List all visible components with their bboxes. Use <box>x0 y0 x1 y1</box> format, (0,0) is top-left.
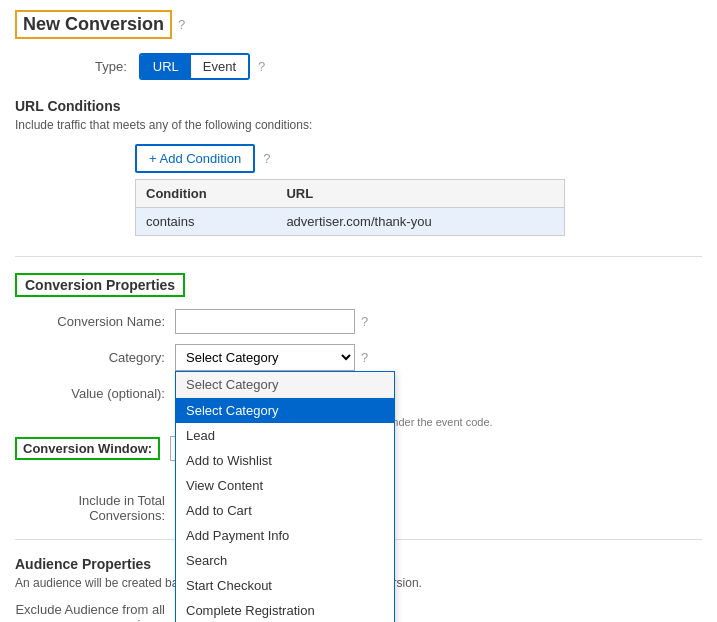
page-title: New Conversion <box>15 10 172 39</box>
conditions-table: Condition URL contains advertiser.com/th… <box>136 180 564 235</box>
condition-cell: contains <box>136 208 276 236</box>
dropdown-item-search[interactable]: Search <box>176 548 394 573</box>
conversion-window-label: Conversion Window: <box>15 437 160 460</box>
type-event-button[interactable]: Event <box>191 55 248 78</box>
category-select[interactable]: Select Category <box>175 344 355 371</box>
conversion-name-help-icon[interactable]: ? <box>361 314 368 329</box>
url-conditions-subtext: Include traffic that meets any of the fo… <box>15 118 702 132</box>
add-condition-help-icon[interactable]: ? <box>263 151 270 166</box>
type-help-icon[interactable]: ? <box>258 59 265 74</box>
dropdown-item-start-checkout[interactable]: Start Checkout <box>176 573 394 598</box>
dropdown-item-add-wishlist[interactable]: Add to Wishlist <box>176 448 394 473</box>
type-label: Type: <box>95 59 127 74</box>
category-help-icon[interactable]: ? <box>361 350 368 365</box>
add-condition-button[interactable]: + Add Condition <box>135 144 255 173</box>
conversion-name-input[interactable] <box>175 309 355 334</box>
condition-col-header: Condition <box>136 180 276 208</box>
category-row: Category: Select Category Select Categor… <box>15 344 702 371</box>
conversion-name-label: Conversion Name: <box>15 314 175 329</box>
include-total-label: Include in Total Conversions: <box>15 493 175 523</box>
dropdown-item-complete-reg[interactable]: Complete Registration <box>176 598 394 622</box>
dropdown-item-add-cart[interactable]: Add to Cart <box>176 498 394 523</box>
url-cell: advertiser.com/thank-you <box>276 208 564 236</box>
dropdown-item-lead[interactable]: Lead <box>176 423 394 448</box>
exclude-audience-label: Exclude Audience from all campaigns: <box>15 602 175 622</box>
page-help-icon[interactable]: ? <box>178 17 185 32</box>
table-row: contains advertiser.com/thank-you <box>136 208 564 236</box>
conversion-name-row: Conversion Name: ? <box>15 309 702 334</box>
type-url-button[interactable]: URL <box>141 55 191 78</box>
category-label: Category: <box>15 350 175 365</box>
value-label: Value (optional): <box>15 386 175 401</box>
url-conditions-header: URL Conditions <box>15 98 702 114</box>
type-toggle: URL Event <box>139 53 250 80</box>
conditions-table-wrap: Condition URL contains advertiser.com/th… <box>135 179 565 236</box>
category-dropdown-wrapper: Select Category Select Category Select C… <box>175 344 355 371</box>
dropdown-header-item: Select Category <box>176 372 394 398</box>
url-col-header: URL <box>276 180 564 208</box>
dropdown-item-select-category[interactable]: Select Category <box>176 398 394 423</box>
conversion-properties-header: Conversion Properties <box>15 273 185 297</box>
category-dropdown-list: Select Category Select Category Lead Add… <box>175 371 395 622</box>
dropdown-item-view-content[interactable]: View Content <box>176 473 394 498</box>
dropdown-item-add-payment[interactable]: Add Payment Info <box>176 523 394 548</box>
